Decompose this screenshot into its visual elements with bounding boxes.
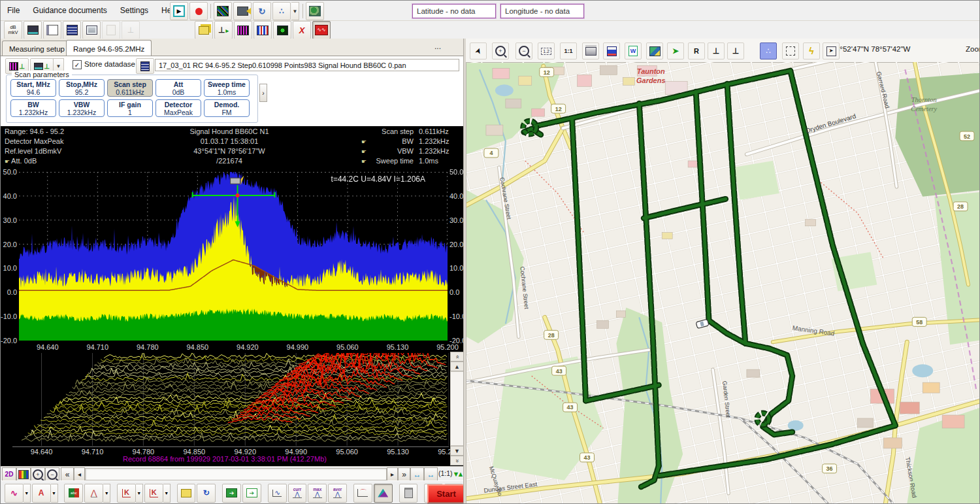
trace-a-button-dropdown[interactable]: ▼ [51,484,58,503]
jump-start-button[interactable]: « [61,467,74,481]
antenna-small-button[interactable]: ⊥ [727,42,744,59]
adjust-hand-icon[interactable]: ☛ [5,158,10,165]
delete-button[interactable]: X [293,21,311,39]
select-area-button[interactable] [782,42,799,59]
param-scan-step[interactable]: Scan step0.611kHz [107,79,153,97]
latitude-field[interactable]: Latitude - no data [412,4,496,18]
save-button[interactable] [603,42,620,59]
param-if-gain[interactable]: IF gain1 [107,99,153,117]
map-image-button[interactable] [646,42,663,59]
waterfall-view-button[interactable] [214,2,232,20]
current-trace-button[interactable]: curr⋀ [288,484,307,503]
adjust-hand-icon[interactable]: ☛ [361,158,367,165]
scroll-right-button[interactable]: ▸ [387,467,398,481]
peak-curve-button[interactable]: ⋀ [84,484,103,503]
clear-trash-button[interactable] [399,484,418,503]
open-folder-button[interactable] [177,484,196,503]
track-points-button[interactable]: ∴ [760,42,777,59]
param-detector[interactable]: DetectorMaxPeak [155,99,201,117]
view-2d-button[interactable]: 2D [2,467,16,481]
tab-more-button[interactable]: ... [434,42,441,51]
waterfall-scroll-up[interactable]: ▲ [450,361,464,371]
tab-range[interactable]: Range 94.6-95.2MHz [66,40,152,57]
param-att[interactable]: Att0dB [155,79,201,97]
palette-button[interactable] [16,467,31,481]
start-button[interactable]: Start [427,484,465,503]
spectrum-plot[interactable] [19,172,448,341]
start-monitoring-button[interactable]: ▶ [170,2,188,20]
fit-vertical-button[interactable]: ↔ [424,467,438,481]
export-abc-button[interactable]: abc [64,484,83,503]
database-book-button[interactable] [136,58,154,74]
waterfall-scroll-bottom-fast[interactable]: » [450,456,464,465]
menu-guidance-documents[interactable]: Guidance documents [26,3,113,18]
menu-settings[interactable]: Settings [114,3,155,18]
waterfall-scroll-down[interactable]: ▼ [450,446,464,456]
trace-style-button[interactable]: ∿ [5,484,24,503]
adjust-hand-icon[interactable]: ☛ [361,148,367,155]
zoom-out-button[interactable]: − [515,42,532,59]
trace-a-button[interactable]: A [32,484,51,503]
units-db-mkv-button[interactable]: dBmkV [4,21,22,39]
waterfall-plot[interactable] [12,353,449,446]
monitor-button[interactable] [82,21,101,39]
small-graph-button[interactable]: ∿ [268,484,287,503]
cursor-arrow-button[interactable]: ➤ [470,42,487,59]
zoom-in-button[interactable]: + [492,42,509,59]
average-trace-button[interactable]: aver⋀ [328,484,347,503]
graph-scale-y-button[interactable]: K [144,484,163,503]
measure-ruler-button[interactable]: 1.2 [538,42,555,59]
audio-cycle-button[interactable]: ↻ [253,2,271,20]
green-display-button[interactable] [273,21,291,39]
record-button[interactable] [189,2,208,20]
scale-one-to-one-button[interactable]: 1:1 [560,42,577,59]
import-trace-button[interactable]: ➔ [242,484,261,503]
export-trace-button[interactable]: ➔ [222,484,241,503]
param-start-mhz[interactable]: Start, MHz94.6 [10,79,56,97]
param-bw[interactable]: BW1.232kHz [10,99,56,117]
param-sweep-time[interactable]: Sweep time1.0ms [204,79,250,97]
waterfall-scroll-top-fast[interactable]: » [450,352,464,361]
pan-box-button[interactable]: ➤ [823,42,840,59]
stat-waveform-button[interactable]: ∿∿ [312,21,331,39]
waterfall-scrollbar-track[interactable] [450,371,464,446]
restore-button[interactable]: ↻ [197,484,216,503]
print-button[interactable] [582,42,599,59]
folders-button[interactable] [195,21,213,39]
calculator-button[interactable] [24,21,42,39]
scroll-left-button[interactable]: ◂ [74,467,85,481]
notebook-button[interactable] [63,21,81,39]
route-button[interactable]: ➤ [667,42,684,59]
bar-chart-button[interactable] [253,21,272,39]
red-curve-button[interactable]: ⌒ [353,484,372,503]
param-demod[interactable]: Demod.FM [204,99,250,117]
export-doc-button[interactable]: W [625,42,642,59]
trace-style-button-dropdown[interactable]: ▼ [24,484,31,503]
store-database-checkbox[interactable]: ✓ [73,60,82,69]
jump-end-button[interactable]: » [398,467,410,481]
raster-button[interactable]: R [688,42,705,59]
param-stop-mhz[interactable]: Stop,MHz95.2 [59,79,105,97]
zoom-in-history-button[interactable]: + [31,467,45,481]
zoom-out-history-button[interactable]: − [45,467,59,481]
history-scrollbar-track[interactable] [85,468,387,480]
filled-graph-button[interactable] [374,484,393,503]
max-trace-button[interactable]: max⋀ [308,484,327,503]
gps-map-button[interactable] [306,2,324,20]
scan-params-expand-button[interactable]: › [259,84,267,102]
step-up-button[interactable]: ▲ [459,467,463,480]
database-filename[interactable]: 17_03_01 RC 94.6-95.2 Step0.610998 Point… [155,59,459,71]
adjust-hand-icon[interactable]: ☛ [361,139,367,145]
audio-network-button[interactable]: ∴ [272,2,291,20]
audio-device-button[interactable] [233,2,252,20]
peak-curve-button-dropdown[interactable]: ▼ [103,484,110,503]
graph-scale-y-button-dropdown[interactable]: ▼ [163,484,171,503]
map-view[interactable]: 121245228284343435836TauntonGardensThorn… [466,62,980,504]
menu-file[interactable]: File [1,3,26,18]
antenna-import-button[interactable]: ⊥ [214,21,233,39]
antenna-large-button[interactable]: ⊥ [708,42,725,59]
map-canvas[interactable]: 121245228284343435836TauntonGardensThorn… [466,62,980,504]
fit-horizontal-button[interactable]: ↔ [410,467,424,481]
measure-key-button[interactable]: ϟ [803,42,820,59]
book-button[interactable] [43,21,61,39]
